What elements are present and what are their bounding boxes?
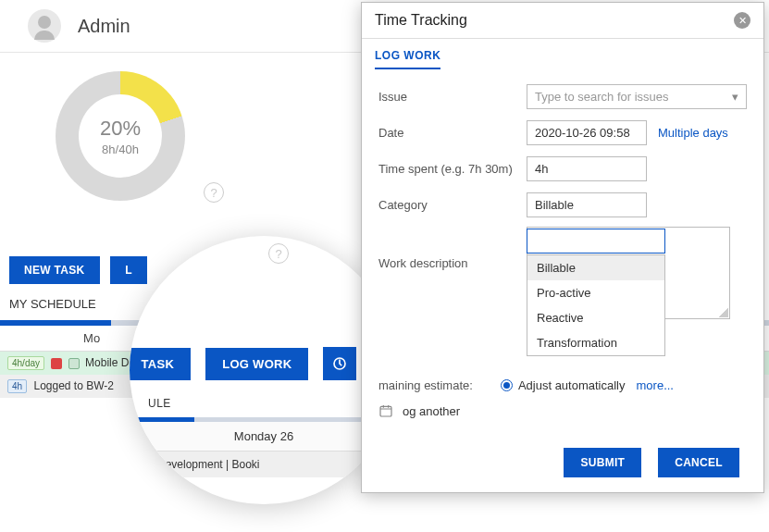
date-input[interactable] — [527, 120, 647, 145]
issue-select[interactable]: Type to search for issues ▾ — [527, 84, 747, 109]
dropdown-option[interactable]: Reactive — [527, 305, 664, 330]
timer-icon-button[interactable] — [323, 347, 356, 380]
magnifier-lens: ? TASK LOG WORK ULE Monday 26 Developmen… — [130, 236, 398, 504]
progress-donut: 20% 8h/40h — [56, 71, 185, 201]
new-task-button[interactable]: NEW TASK — [9, 256, 100, 284]
chevron-down-icon: ▾ — [732, 90, 738, 104]
donut-sub: 8h/40h — [100, 142, 141, 156]
calendar-icon — [378, 403, 393, 418]
dialog-title: Time Tracking — [375, 12, 467, 29]
badge-hours: 4h — [7, 379, 27, 393]
timer-icon — [331, 355, 348, 372]
help-icon[interactable]: ? — [268, 243, 289, 264]
dropdown-option[interactable]: Pro-active — [527, 280, 664, 305]
dropdown-option[interactable]: Billable — [527, 255, 664, 280]
tab-log-work[interactable]: LOG WORK — [375, 49, 440, 69]
label-category: Category — [378, 198, 527, 212]
label-work-description: Work description — [378, 229, 527, 270]
time-spent-input[interactable] — [527, 156, 647, 181]
label-remaining-estimate: maining estimate: — [378, 378, 473, 392]
task-button[interactable]: TASK — [130, 348, 191, 380]
label-time-spent: Time spent (e.g. 7h 30m) — [378, 162, 527, 176]
mag-row[interactable]: Development | Booki — [130, 452, 398, 477]
username: Admin — [78, 16, 130, 37]
submit-button[interactable]: SUBMIT — [564, 448, 641, 477]
close-icon[interactable]: ✕ — [734, 12, 750, 29]
help-icon[interactable]: ? — [204, 182, 224, 203]
category-search-input[interactable] — [527, 229, 665, 254]
log-button-partial[interactable]: L — [110, 256, 147, 284]
dropdown-option[interactable]: Transformation — [527, 330, 664, 355]
label-date: Date — [378, 126, 527, 140]
adjust-auto-label: Adjust automatically — [518, 378, 626, 392]
label-issue: Issue — [378, 90, 527, 104]
cancel-button[interactable]: CANCEL — [658, 448, 739, 477]
svg-rect-1 — [380, 406, 391, 416]
donut-percent: 20% — [100, 117, 141, 141]
badge-hours: 4h/day — [7, 356, 44, 370]
check-icon — [68, 358, 80, 369]
avatar[interactable] — [28, 9, 61, 43]
issue-placeholder: Type to search for issues — [535, 90, 669, 104]
log-another-label: og another — [403, 404, 460, 418]
log-work-button[interactable]: LOG WORK — [205, 348, 308, 380]
adjust-auto-radio[interactable]: Adjust automatically — [501, 378, 626, 392]
multiple-days-link[interactable]: Multiple days — [658, 126, 728, 140]
category-input[interactable] — [527, 192, 647, 217]
more-link[interactable]: more... — [637, 378, 674, 392]
time-tracking-dialog: Time Tracking ✕ LOG WORK Issue Type to s… — [361, 2, 764, 493]
row-text: Logged to BW-2 — [33, 379, 114, 392]
mag-day-header: Monday 26 — [130, 422, 398, 452]
calendar-icon — [51, 358, 62, 369]
category-dropdown: Billable Pro-active Reactive Transformat… — [527, 254, 665, 356]
